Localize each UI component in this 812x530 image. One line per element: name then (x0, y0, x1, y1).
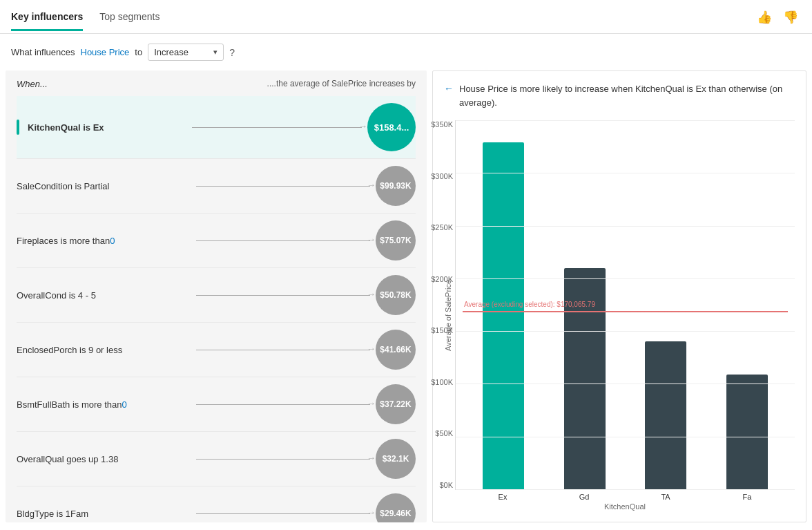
influencer-label: KitchenQual is Ex (17, 120, 186, 135)
influencer-row-kitchenqual[interactable]: KitchenQual is Ex $158.4... (17, 96, 416, 159)
influencer-line (196, 240, 370, 241)
right-panel-title: ← House Price is more likely to increase… (444, 82, 795, 109)
influencer-bubble: $32.1K (376, 439, 416, 479)
y-axis-tick: $150K (420, 326, 453, 334)
influencer-bubble: $41.66K (376, 330, 416, 370)
influencer-row-fireplaces[interactable]: Fireplaces is more than0 $75.07K (17, 214, 416, 268)
influencer-row-salecondition[interactable]: SaleCondition is Partial $99.93K (17, 159, 416, 214)
toolbar-subject: House Price (81, 47, 130, 57)
grid-line (456, 173, 795, 173)
grid-line (456, 226, 795, 227)
back-arrow-icon[interactable]: ← (444, 83, 454, 94)
main-content: When... ....the average of SalePrice inc… (0, 70, 812, 528)
influencer-bubble: $99.93K (376, 166, 416, 206)
chart-area: Average of SalePrice $350K$300K$250K$200… (444, 120, 795, 511)
influencer-line (196, 513, 370, 514)
y-axis-tick: $100K (420, 378, 453, 386)
influencer-line (192, 127, 362, 128)
y-axis-tick: $0K (420, 481, 453, 489)
tab-top-segments[interactable]: Top segments (99, 11, 160, 31)
chart-inner: $350K$300K$250K$200K$150K$100K$50K$0KAve… (455, 120, 795, 511)
influencer-label: Fireplaces is more than0 (17, 236, 191, 246)
influencer-line (196, 186, 370, 187)
influencer-bubble: $75.07K (376, 220, 416, 261)
toolbar-connector: to (135, 47, 142, 57)
toolbar: What influences House Price to Increase … (0, 34, 812, 70)
chart-grid: $350K$300K$250K$200K$150K$100K$50K$0KAve… (455, 120, 795, 490)
chart-title-text: House Price is more likely to increase w… (459, 82, 795, 109)
influencer-bubble: $50.78K (376, 275, 416, 315)
right-panel: ← House Price is more likely to increase… (432, 70, 806, 522)
grid-line (456, 489, 795, 490)
help-button[interactable]: ? (229, 47, 235, 58)
x-axis-tick-gd: Gd (563, 493, 605, 501)
influencer-label-text: Fireplaces is more than0 (17, 236, 115, 246)
selected-indicator (17, 120, 19, 135)
header: Key influencers Top segments 👍 👎 (0, 0, 812, 34)
influencer-bubble: $29.46K (376, 493, 416, 522)
influencer-bubble: $158.4... (367, 103, 416, 151)
tabs: Key influencers Top segments (11, 11, 160, 31)
influencer-label-text: BsmtFullBath is more than0 (17, 399, 127, 410)
influencer-label: BldgType is 1Fam (17, 509, 191, 519)
y-axis-tick: $200K (420, 275, 453, 283)
influencer-label: SaleCondition is Partial (17, 181, 191, 191)
left-panel: When... ....the average of SalePrice inc… (6, 70, 427, 522)
influencer-row-bldgtype[interactable]: BldgType is 1Fam $29.46K (17, 486, 416, 522)
average-line (463, 311, 788, 312)
grid-line (456, 331, 795, 332)
chart-bar-ta[interactable] (645, 341, 686, 489)
chart-bar-ex[interactable] (483, 142, 524, 489)
influencer-row-bsmtfullbath[interactable]: BsmtFullBath is more than0 $37.22K (17, 377, 416, 432)
bubble-value: $158.4... (374, 122, 409, 133)
left-panel-header: When... ....the average of SalePrice inc… (17, 79, 416, 89)
influencer-bubble: $37.22K (376, 384, 416, 424)
influencer-label-text: EnclosedPorch is 9 or less (17, 345, 122, 355)
x-axis-tick-fa: Fa (726, 493, 768, 501)
bubble-value: $99.93K (380, 181, 411, 191)
x-axis-tick-ex: Ex (482, 493, 523, 501)
influence-dropdown[interactable]: Increase ▾ (148, 44, 224, 61)
influencer-label: BsmtFullBath is more than0 (17, 399, 191, 410)
x-axis-tick-ta: TA (645, 493, 686, 501)
influencer-line (196, 459, 370, 460)
x-axis-title: KitchenQual (455, 502, 795, 511)
thumbs-down-button[interactable]: 👎 (780, 8, 801, 26)
bubble-value: $41.66K (380, 345, 411, 354)
y-axis-tick: $350K (420, 120, 453, 129)
influencer-label: EnclosedPorch is 9 or less (17, 345, 191, 355)
bubble-value: $29.46K (380, 509, 411, 518)
influencer-label-text: OverallCond is 4 - 5 (17, 290, 96, 301)
chevron-down-icon: ▾ (213, 48, 218, 57)
grid-line (456, 437, 795, 437)
x-labels: ExGdTAFa (455, 493, 795, 501)
influencer-row-enclosedporch[interactable]: EnclosedPorch is 9 or less $41.66K (17, 323, 416, 377)
influencer-label: OverallCond is 4 - 5 (17, 290, 191, 301)
influencer-line (196, 295, 370, 296)
tab-key-influencers[interactable]: Key influencers (11, 11, 83, 31)
average-label: Average (excluding selected): $170,065.7… (464, 301, 595, 308)
influencer-row-overallqual[interactable]: OverallQual goes up 1.38 $32.1K (17, 432, 416, 486)
y-axis-labels: $350K$300K$250K$200K$150K$100K$50K$0K (420, 120, 453, 489)
toolbar-prefix: What influences (11, 47, 75, 57)
influencer-line (196, 350, 370, 350)
influencer-line (196, 404, 370, 405)
y-axis-tick: $300K (420, 172, 453, 180)
influencer-label-text: KitchenQual is Ex (28, 122, 186, 133)
bubble-value: $32.1K (383, 454, 409, 464)
dropdown-value: Increase (154, 47, 209, 57)
y-axis-tick: $50K (420, 429, 453, 437)
influencer-row-overallcond[interactable]: OverallCond is 4 - 5 $50.78K (17, 268, 416, 323)
influencer-label-text: OverallQual goes up 1.38 (17, 454, 118, 464)
chart-bar-fa[interactable] (726, 375, 768, 489)
influencer-label-text: BldgType is 1Fam (17, 509, 88, 519)
influencer-label: OverallQual goes up 1.38 (17, 454, 191, 464)
thumbs-up-button[interactable]: 👍 (754, 8, 775, 26)
grid-line (456, 120, 795, 121)
header-icons: 👍 👎 (754, 8, 801, 33)
influencers-list: KitchenQual is Ex $158.4... SaleConditio… (17, 96, 416, 522)
influencer-label-text: SaleCondition is Partial (17, 181, 109, 191)
increases-label: ....the average of SalePrice increases b… (267, 79, 416, 88)
when-label: When... (17, 79, 48, 89)
bubble-value: $37.22K (380, 399, 411, 409)
